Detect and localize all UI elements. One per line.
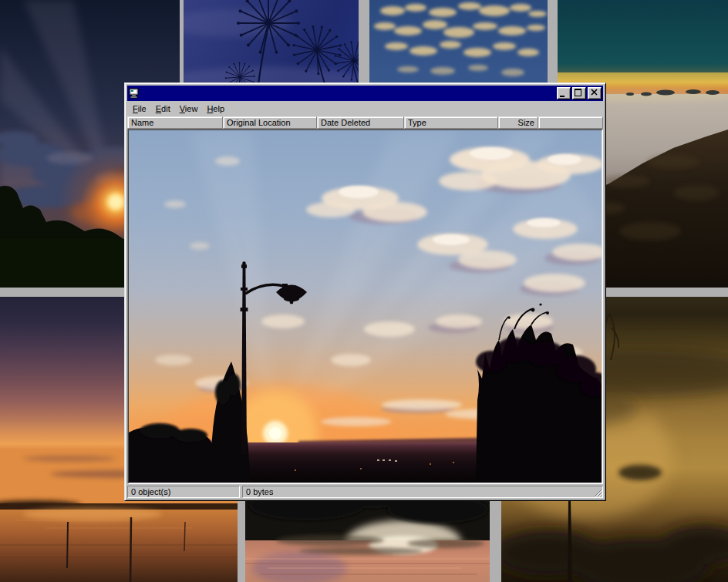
menu-view[interactable]: View <box>175 103 203 116</box>
street-lamp-sunset-photo <box>129 130 602 483</box>
menu-help[interactable]: Help <box>202 103 229 116</box>
status-total-size: 0 bytes <box>242 486 603 498</box>
status-object-count: 0 object(s) <box>127 486 240 498</box>
menu-file[interactable]: File <box>128 103 151 116</box>
recycle-bin-window: File Edit View Help Name Original Locati… <box>124 82 606 501</box>
maximize-button[interactable] <box>572 87 586 99</box>
status-bar: 0 object(s) 0 bytes <box>127 486 603 498</box>
column-header-name[interactable]: Name <box>127 116 223 129</box>
title-bar[interactable] <box>127 86 603 101</box>
minimize-icon <box>560 96 565 97</box>
column-header-type[interactable]: Type <box>404 116 498 129</box>
computer-window-icon <box>129 88 140 99</box>
column-header-blank[interactable] <box>538 116 603 129</box>
close-button[interactable] <box>588 87 602 99</box>
column-header-date-deleted[interactable]: Date Deleted <box>317 116 404 129</box>
close-icon <box>590 89 598 96</box>
maximize-icon <box>575 89 581 96</box>
menu-edit[interactable]: Edit <box>151 103 175 116</box>
minimize-button[interactable] <box>557 87 571 99</box>
resize-grip[interactable] <box>592 487 602 497</box>
menu-bar: File Edit View Help <box>127 101 603 116</box>
column-header-original-location[interactable]: Original Location <box>223 116 317 129</box>
column-header-row: Name Original Location Date Deleted Type… <box>127 116 603 129</box>
file-list-viewport[interactable] <box>127 129 603 484</box>
column-header-size[interactable]: Size <box>498 116 538 129</box>
desktop-wallpaper: File Edit View Help Name Original Locati… <box>0 0 728 582</box>
